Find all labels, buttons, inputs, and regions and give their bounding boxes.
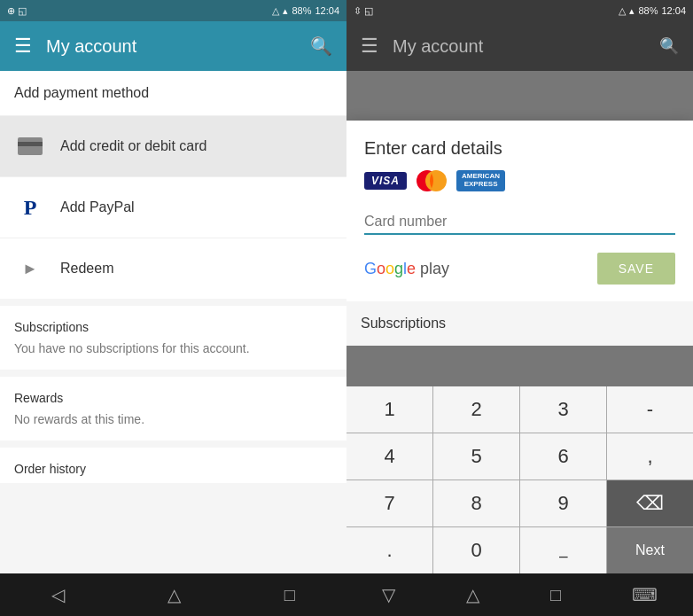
key-0[interactable]: 0 (433, 527, 519, 573)
key-9[interactable]: 9 (520, 480, 606, 526)
time-right: 12:04 (661, 5, 686, 16)
subscriptions-behind: Subscriptions (346, 301, 693, 346)
wifi-icon: △ (272, 5, 279, 17)
key-2[interactable]: 2 (433, 386, 519, 433)
status-bar-left: ⊕ ◱ △ ▴ 88% 12:04 (0, 0, 346, 21)
recent-button-left[interactable]: □ (284, 585, 295, 605)
recent-button-right[interactable]: □ (550, 585, 561, 605)
numeric-keyboard: 1 2 3 - 4 5 6 , 7 8 9 ⌫ . 0 ⎯ Next (346, 386, 693, 573)
redeem-icon: ► (14, 253, 46, 285)
battery-right: 88% (638, 5, 658, 16)
card-number-wrapper[interactable] (364, 207, 675, 235)
card-logos: VISA AMERICAN EXPRESS (364, 169, 675, 192)
credit-card-icon (14, 130, 46, 162)
signal-icon-right: ▴ (629, 5, 635, 17)
redeem-label: Redeem (60, 261, 113, 277)
menu-item-paypal[interactable]: P Add PayPal (0, 176, 346, 238)
subscriptions-body: You have no subscriptions for this accou… (0, 341, 346, 370)
paypal-icon: P (14, 191, 46, 223)
page-title-left: My account (46, 36, 310, 57)
key-backspace[interactable]: ⌫ (607, 480, 693, 526)
home-button-right[interactable]: △ (466, 584, 479, 605)
key-3[interactable]: 3 (520, 386, 606, 433)
key-space[interactable]: ⎯ (520, 527, 606, 573)
svg-rect-1 (18, 142, 43, 146)
content-left: Add payment method Add credit or debit c… (0, 71, 346, 573)
card-details-dialog: Enter card details VISA AMERICAN EXPRESS (346, 121, 693, 302)
toolbar-left: ☰ My account 🔍 (0, 21, 346, 71)
key-comma[interactable]: , (607, 433, 693, 480)
back-button-right[interactable]: ▽ (382, 584, 395, 605)
key-dash[interactable]: - (607, 386, 693, 433)
search-icon-left[interactable]: 🔍 (310, 35, 332, 57)
subscriptions-title: Subscriptions (0, 306, 346, 341)
rewards-title: Rewards (0, 377, 346, 412)
key-period[interactable]: . (346, 527, 432, 573)
menu-icon-right[interactable]: ☰ (361, 35, 378, 58)
key-1[interactable]: 1 (346, 386, 432, 433)
right-panel: ⇳ ◱ △ ▴ 88% 12:04 ☰ My account 🔍 Enter c… (346, 0, 693, 616)
key-4[interactable]: 4 (346, 433, 432, 480)
menu-item-redeem[interactable]: ► Redeem (0, 238, 346, 299)
search-icon-right[interactable]: 🔍 (659, 36, 679, 56)
card-number-input[interactable] (364, 207, 675, 233)
paypal-label: Add PayPal (60, 199, 135, 215)
rewards-body: No rewards at this time. (0, 412, 346, 441)
key-5[interactable]: 5 (433, 433, 519, 480)
time-left: 12:04 (315, 5, 339, 16)
order-history-section: Order history (0, 448, 346, 483)
wifi-icon-right: △ (619, 5, 626, 17)
back-button-left[interactable]: ◁ (51, 584, 65, 605)
payment-section-title: Add payment method (0, 71, 346, 115)
order-history-title: Order history (0, 448, 346, 483)
svg-point-3 (425, 170, 447, 191)
save-button[interactable]: SAVE (597, 253, 675, 285)
subscriptions-section: Subscriptions You have no subscriptions … (0, 306, 346, 370)
amex-logo: AMERICAN EXPRESS (456, 170, 505, 191)
signal-icon: ▴ (283, 5, 288, 17)
credit-card-label: Add credit or debit card (60, 138, 206, 154)
bottom-nav-right: ▽ △ □ ⌨ (346, 573, 693, 616)
keyboard-button-right[interactable]: ⌨ (632, 584, 658, 605)
left-panel: ⊕ ◱ △ ▴ 88% 12:04 ☰ My account 🔍 Add pay… (0, 0, 346, 616)
key-6[interactable]: 6 (520, 433, 606, 480)
visa-logo: VISA (364, 172, 407, 190)
next-button[interactable]: Next (607, 527, 693, 573)
dialog-footer: Google play SAVE (364, 253, 675, 285)
status-icons-right: ⇳ ◱ (354, 5, 373, 17)
dialog-title: Enter card details (364, 138, 675, 159)
battery-left: 88% (292, 5, 311, 16)
payment-section: Add payment method Add credit or debit c… (0, 71, 346, 299)
toolbar-right: ☰ My account 🔍 (346, 21, 693, 71)
menu-icon-left[interactable]: ☰ (14, 35, 32, 58)
rewards-section: Rewards No rewards at this time. (0, 377, 346, 441)
key-8[interactable]: 8 (433, 480, 519, 526)
home-button-left[interactable]: △ (167, 584, 181, 605)
status-icons-left: ⊕ ◱ (7, 5, 27, 17)
menu-item-credit-card[interactable]: Add credit or debit card (0, 115, 346, 176)
mastercard-logo (414, 169, 449, 192)
status-bar-right: ⇳ ◱ △ ▴ 88% 12:04 (346, 0, 693, 21)
page-title-right: My account (393, 36, 659, 57)
bottom-nav-left: ◁ △ □ (0, 573, 346, 616)
google-play-logo: Google play (364, 260, 449, 278)
key-7[interactable]: 7 (346, 480, 432, 526)
